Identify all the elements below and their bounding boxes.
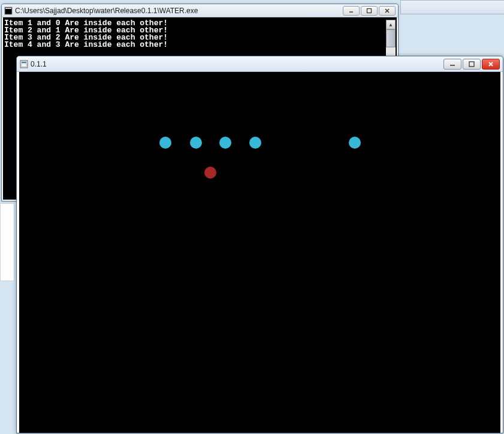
maximize-button[interactable]: [463, 59, 481, 70]
svg-rect-2: [367, 8, 372, 13]
console-app-icon: [4, 7, 13, 15]
game-titlebar[interactable]: 0.1.1: [17, 56, 503, 72]
maximize-icon: [366, 8, 372, 14]
cyan-dot: [190, 137, 202, 149]
background-window-fragment: [400, 0, 504, 14]
close-button[interactable]: [379, 6, 396, 16]
minimize-icon: [449, 61, 456, 68]
close-icon: [487, 61, 494, 68]
svg-rect-1: [5, 8, 11, 9]
console-title: C:\Users\Sajjad\Desktop\water\Release0.1…: [15, 7, 343, 15]
maximize-icon: [468, 61, 475, 68]
close-button[interactable]: [482, 59, 500, 70]
minimize-icon: [348, 8, 354, 14]
cyan-dot: [249, 137, 261, 149]
svg-rect-5: [22, 64, 26, 67]
game-window-controls: [443, 59, 500, 70]
svg-rect-6: [469, 62, 474, 67]
game-app-icon: [20, 60, 28, 68]
game-title: 0.1.1: [31, 60, 443, 68]
cyan-dot: [219, 137, 231, 149]
minimize-button[interactable]: [343, 6, 360, 16]
left-side-panel: [0, 203, 14, 281]
scroll-thumb[interactable]: [386, 29, 396, 47]
console-titlebar[interactable]: C:\Users\Sajjad\Desktop\water\Release0.1…: [2, 4, 398, 17]
red-dot: [204, 167, 216, 179]
maximize-button[interactable]: [361, 6, 378, 16]
console-window-controls: [343, 6, 396, 16]
close-icon: [384, 8, 390, 14]
minimize-button[interactable]: [443, 59, 461, 70]
cyan-dot: [159, 137, 171, 149]
game-canvas[interactable]: [19, 72, 500, 433]
svg-rect-4: [22, 62, 26, 63]
scroll-up-button[interactable]: ▲: [386, 20, 396, 29]
game-window: 0.1.1: [16, 56, 503, 433]
cyan-dot: [349, 137, 361, 149]
